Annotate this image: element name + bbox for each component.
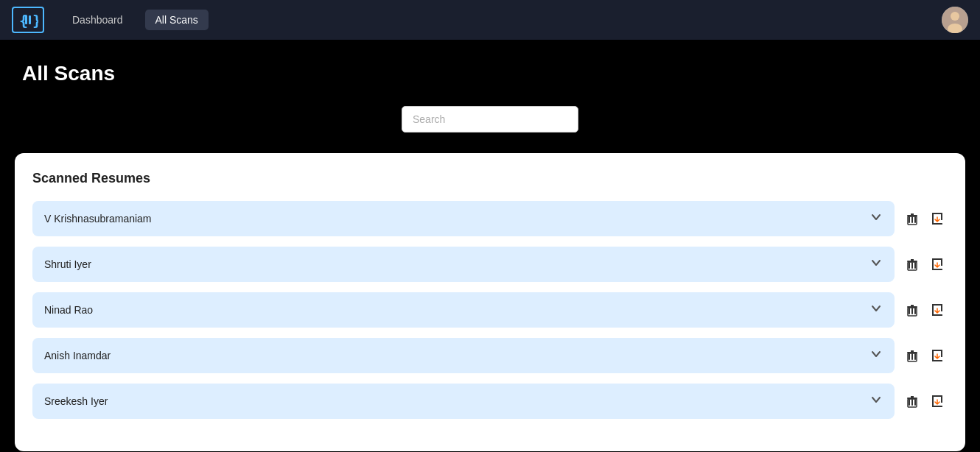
resume-row-wrapper: Sreekesh Iyer <box>32 384 948 419</box>
svg-rect-24 <box>932 269 942 270</box>
row-actions <box>902 208 948 229</box>
svg-text:}: } <box>32 12 38 29</box>
svg-rect-26 <box>936 258 942 260</box>
svg-rect-53 <box>932 395 934 407</box>
svg-rect-23 <box>932 258 934 270</box>
resume-row-wrapper: Anish Inamdar <box>32 338 948 373</box>
search-wrapper <box>15 106 965 133</box>
svg-rect-39 <box>911 353 913 360</box>
svg-rect-44 <box>932 360 942 361</box>
chevron-down-icon <box>869 302 883 318</box>
svg-rect-9 <box>911 216 913 223</box>
logo[interactable]: { } <box>12 7 44 33</box>
scanned-resumes-card: Scanned Resumes V Krishnasubramaniam <box>15 153 965 451</box>
svg-rect-28 <box>909 308 910 314</box>
svg-rect-56 <box>936 395 942 397</box>
resume-row[interactable]: Shruti Iyer <box>32 247 895 282</box>
svg-rect-48 <box>909 399 910 406</box>
svg-rect-14 <box>932 223 942 225</box>
delete-button[interactable] <box>902 300 923 320</box>
page-content: All Scans Scanned Resumes V Krishnasubra… <box>0 40 980 452</box>
download-button[interactable] <box>927 208 948 229</box>
chevron-down-icon <box>869 393 883 409</box>
svg-rect-2 <box>29 15 31 24</box>
nav-dashboard[interactable]: Dashboard <box>62 10 133 30</box>
resume-name: V Krishnasubramaniam <box>44 213 152 225</box>
svg-rect-18 <box>909 262 910 269</box>
download-button[interactable] <box>927 300 948 320</box>
resume-row[interactable]: V Krishnasubramaniam <box>32 201 895 236</box>
resume-row[interactable]: Sreekesh Iyer <box>32 384 895 419</box>
download-button[interactable] <box>927 345 948 366</box>
resume-row[interactable]: Anish Inamdar <box>32 338 895 373</box>
resume-list: V Krishnasubramaniam <box>32 201 948 419</box>
download-button[interactable] <box>927 391 948 412</box>
delete-button[interactable] <box>902 391 923 412</box>
svg-rect-10 <box>914 216 916 223</box>
svg-point-5 <box>951 12 959 21</box>
delete-button[interactable] <box>902 345 923 366</box>
svg-rect-36 <box>936 304 942 306</box>
svg-rect-33 <box>932 304 934 316</box>
chevron-down-icon <box>869 211 883 227</box>
svg-rect-50 <box>914 399 916 406</box>
svg-rect-19 <box>911 262 913 269</box>
download-button[interactable] <box>927 254 948 275</box>
chevron-down-icon <box>869 256 883 272</box>
svg-rect-46 <box>936 350 942 351</box>
resume-row[interactable]: Ninad Rao <box>32 292 895 328</box>
resume-row-wrapper: Ninad Rao <box>32 292 948 328</box>
svg-text:{: { <box>19 12 29 29</box>
card-title: Scanned Resumes <box>32 171 948 186</box>
svg-rect-1 <box>25 15 27 24</box>
row-actions <box>902 254 948 275</box>
svg-rect-29 <box>911 308 913 314</box>
user-avatar[interactable] <box>942 7 968 33</box>
resume-name: Sreekesh Iyer <box>44 395 108 407</box>
search-input[interactable] <box>402 106 578 133</box>
svg-rect-30 <box>914 308 916 314</box>
navbar: { } Dashboard All Scans <box>0 0 980 40</box>
svg-rect-43 <box>932 350 934 361</box>
svg-rect-38 <box>909 353 910 360</box>
svg-rect-8 <box>909 216 910 223</box>
nav-all-scans[interactable]: All Scans <box>145 10 209 30</box>
resume-name: Ninad Rao <box>44 304 93 316</box>
row-actions <box>902 345 948 366</box>
resume-row-wrapper: V Krishnasubramaniam <box>32 201 948 236</box>
page-title: All Scans <box>22 62 965 85</box>
row-actions <box>902 300 948 320</box>
svg-rect-54 <box>932 406 942 407</box>
resume-name: Anish Inamdar <box>44 350 111 361</box>
delete-button[interactable] <box>902 254 923 275</box>
delete-button[interactable] <box>902 208 923 229</box>
resume-name: Shruti Iyer <box>44 258 91 270</box>
resume-row-wrapper: Shruti Iyer <box>32 247 948 282</box>
svg-rect-40 <box>914 353 916 360</box>
svg-rect-49 <box>911 399 913 406</box>
svg-rect-16 <box>936 213 942 214</box>
svg-rect-34 <box>932 314 942 316</box>
row-actions <box>902 391 948 412</box>
svg-rect-13 <box>932 213 934 225</box>
svg-rect-20 <box>914 262 916 269</box>
chevron-down-icon <box>869 347 883 364</box>
